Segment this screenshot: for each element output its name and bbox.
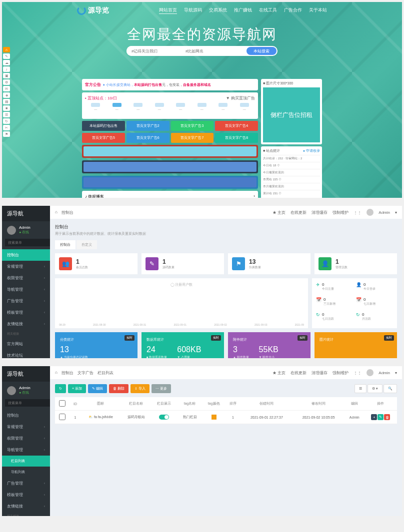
brand[interactable]: 源导航 (2, 366, 50, 382)
nav-item[interactable]: 导航源码 (184, 7, 202, 14)
crumb-home[interactable]: ⌂ (55, 210, 58, 215)
side-icon[interactable]: ✂ (3, 125, 10, 130)
sidebar-item[interactable]: 导航列表 (2, 467, 50, 478)
top-link[interactable]: ★ 主页 (272, 370, 286, 376)
side-icon[interactable]: ⚙ (3, 79, 10, 85)
action-delete-button[interactable]: 🗑 (384, 414, 390, 420)
rec-item[interactable]: — (196, 103, 208, 114)
rec-item[interactable]: — (238, 103, 251, 114)
rec-item[interactable]: — (132, 103, 144, 114)
side-icon[interactable]: ☰ (3, 112, 10, 117)
sidebar-item[interactable]: 导航管理‹ (2, 284, 50, 295)
toolbar-button[interactable]: ↻ (55, 384, 66, 393)
avatar-small[interactable] (366, 209, 374, 216)
crumb[interactable]: 控制台 (62, 370, 74, 376)
column-header[interactable] (55, 397, 70, 411)
sidebar-item[interactable]: 技术论坛 (2, 350, 50, 358)
sidebar-item[interactable]: 控制台 (2, 410, 50, 421)
toolbar-button[interactable]: 🗑 删除 (109, 384, 128, 393)
admin-name[interactable]: Admin (378, 210, 390, 215)
ad-button[interactable]: 首页文字广告2 (126, 121, 170, 131)
crumb-home[interactable]: ⌂ (55, 370, 58, 376)
apply-link[interactable]: ● 申请收录 (303, 148, 320, 153)
brand[interactable]: 源导航 (2, 206, 50, 221)
side-icon[interactable]: ☁ (3, 60, 10, 65)
sidebar-search-input[interactable] (5, 239, 55, 246)
top-link[interactable]: 强制维护 (332, 210, 348, 215)
ad-button[interactable]: 首页文字广告8 (215, 133, 258, 143)
action-drag-button[interactable]: + (371, 414, 377, 420)
avatar-small[interactable] (366, 369, 374, 376)
ad-button[interactable]: 首页文字广告6 (126, 133, 170, 143)
sidebar-search-input[interactable] (5, 399, 55, 407)
side-icon[interactable]: ▣ (3, 73, 10, 78)
side-icon[interactable]: ✎ (3, 53, 10, 59)
side-icon[interactable]: ↻ (3, 118, 10, 124)
sidebar-item[interactable]: 模板管理‹ (2, 307, 50, 318)
toolbar-button[interactable]: ⋯ 更多 (152, 384, 171, 393)
search-button[interactable]: 本站搜索 (246, 47, 276, 55)
toolbar-button[interactable]: ✎ 编辑 (88, 384, 107, 393)
sidebar-item[interactable]: 导航管理‹ (2, 444, 50, 456)
avatar[interactable] (7, 386, 16, 395)
rec-right[interactable]: ▼ 购买置顶广告 (226, 95, 255, 101)
toggle-switch[interactable] (159, 415, 169, 420)
rec-item[interactable]: — (174, 103, 187, 114)
rec-item[interactable]: — (153, 103, 166, 114)
ad-button[interactable]: 首页文字广告4 (215, 121, 258, 131)
search-input[interactable] (126, 46, 246, 56)
sidebar-item[interactable]: 栏目列表 (2, 456, 50, 467)
nav-home[interactable]: 网站首页 (159, 7, 177, 14)
toolbar-button[interactable]: ⇩ 导入 (130, 384, 150, 393)
sidebar-item[interactable]: 官方网站 (2, 338, 50, 350)
side-icon[interactable]: ♪ (3, 66, 10, 72)
ad-button[interactable]: 首页文字广告7 (171, 133, 214, 143)
nav-item[interactable]: 关于本站 (309, 7, 327, 14)
top-link[interactable]: ★ 主页 (272, 210, 286, 215)
ad-button[interactable]: 首页文字广告5 (82, 133, 125, 143)
side-icon[interactable]: ◈ (3, 92, 10, 98)
side-icon[interactable]: ■ (3, 105, 10, 111)
sidebar-item[interactable]: 广告管理‹ (2, 295, 50, 307)
sidebar-item[interactable]: 权限管理‹ (2, 433, 50, 444)
ad-button[interactable]: 本站源码打包出售 (82, 121, 125, 131)
nav-item[interactable]: 在线工具 (259, 7, 277, 14)
resource-card[interactable]: ♪ 微观播客 › (82, 191, 258, 198)
top-link[interactable]: 清理缓存 (312, 210, 328, 215)
search-button[interactable]: 🔍 (384, 384, 397, 393)
action-edit-button[interactable]: ✎ (378, 414, 384, 420)
sidebar-item[interactable]: 权限管理‹ (2, 272, 50, 284)
logo[interactable]: 源导览 (77, 6, 109, 15)
nav-item[interactable]: 交易系统 (209, 7, 227, 14)
crumb[interactable]: 文字广告 (78, 370, 94, 376)
side-icon[interactable]: ▤ (3, 99, 10, 104)
toolbar-button[interactable]: + 添加 (68, 384, 86, 393)
top-link[interactable]: 在线更新 (290, 210, 306, 215)
slide-item[interactable] (82, 176, 258, 189)
nav-item[interactable]: 广告合作 (284, 7, 302, 14)
avatar[interactable] (7, 226, 16, 235)
crumb[interactable]: 栏目列表 (98, 370, 114, 376)
rec-item[interactable]: — (110, 103, 124, 114)
nav-item[interactable]: 推广赚钱 (234, 7, 252, 14)
view-toggle-button[interactable]: ☰ (354, 384, 366, 393)
top-link[interactable]: 在线更新 (290, 370, 306, 376)
tab-dashboard[interactable]: 控制台 (55, 240, 76, 249)
side-icon[interactable]: ⌂ (3, 47, 10, 52)
sidebar-item[interactable]: 模板管理‹ (2, 489, 50, 501)
slide-item[interactable] (82, 160, 258, 173)
crumb[interactable]: 控制台 (62, 210, 74, 215)
sidebar-item[interactable]: 常规管理‹ (2, 261, 50, 272)
side-icon[interactable]: ⚑ (3, 131, 10, 137)
ad-placeholder[interactable]: 侧栏广告位招租 (263, 87, 320, 142)
top-link[interactable]: 清理缓存 (312, 370, 328, 376)
chevron-down-icon[interactable]: ▾ (395, 371, 397, 375)
filter-button[interactable]: ⚙ ▾ (368, 384, 382, 393)
side-icon[interactable]: ✉ (3, 86, 10, 91)
sidebar-item[interactable]: 广告管理‹ (2, 478, 50, 489)
rec-item[interactable]: — (216, 103, 230, 114)
chevron-down-icon[interactable]: ▾ (395, 210, 397, 215)
sidebar-item[interactable]: 控制台 (2, 249, 50, 261)
top-link[interactable]: 强制维护 (332, 370, 348, 376)
sidebar-item[interactable]: 友情链接‹ (2, 501, 50, 512)
